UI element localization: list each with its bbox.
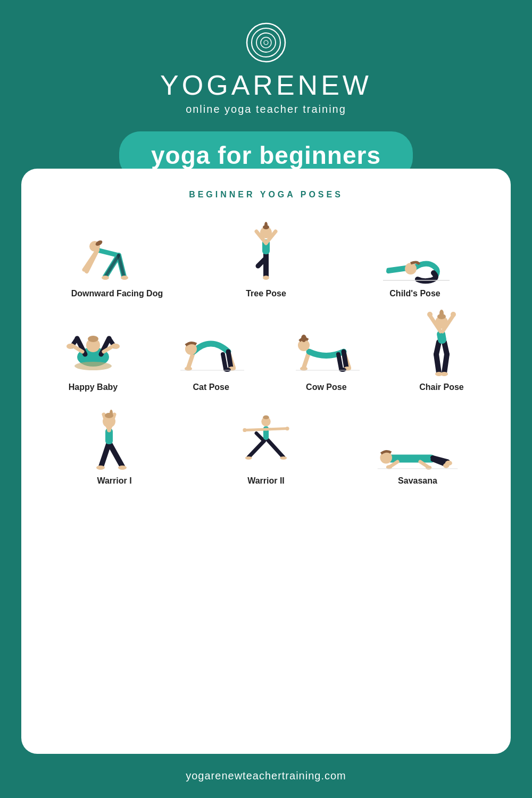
pose-label-warrior-ii: Warrior II — [247, 476, 285, 486]
svg-point-91 — [263, 415, 269, 419]
svg-point-24 — [263, 276, 269, 280]
pose-downward-facing-dog: Downward Facing Dog — [64, 215, 170, 298]
svg-line-63 — [444, 342, 447, 354]
svg-point-23 — [264, 222, 268, 228]
svg-line-44 — [223, 354, 226, 369]
footer-url: yogarenewteachertraining.com — [186, 770, 346, 782]
svg-line-7 — [97, 250, 119, 255]
svg-line-60 — [436, 354, 439, 373]
svg-line-61 — [444, 354, 447, 373]
pose-savasana: Savasana — [364, 403, 471, 486]
svg-point-38 — [66, 344, 74, 349]
subtitle: BEGINNER YOGA POSES — [189, 190, 343, 200]
svg-line-52 — [344, 352, 346, 368]
pose-figure-downward-facing-dog — [74, 215, 160, 285]
pose-label-cow-pose: Cow Pose — [306, 383, 346, 392]
poses-row-1: Downward Facing Dog — [43, 210, 489, 304]
svg-point-15 — [121, 276, 128, 280]
pose-childs-pose: Child's Pose — [362, 215, 468, 298]
svg-point-48 — [223, 368, 231, 372]
pose-figure-warrior-i — [72, 403, 157, 472]
svg-line-88 — [245, 429, 266, 430]
header: YOGARENEW online yoga teacher training — [160, 0, 372, 126]
pose-figure-happy-baby — [51, 309, 136, 378]
poses-row-3: Warrior I — [43, 397, 489, 491]
svg-point-31 — [88, 336, 98, 342]
pose-label-warrior-i: Warrior I — [97, 476, 131, 486]
svg-rect-96 — [388, 455, 435, 463]
pose-label-chair-pose: Chair Pose — [419, 383, 464, 392]
pose-cow-pose: Cow Pose — [284, 309, 369, 392]
pose-figure-chair-pose — [399, 309, 484, 378]
svg-point-81 — [110, 410, 113, 417]
pose-happy-baby: Happy Baby — [48, 309, 138, 392]
svg-point-95 — [245, 456, 252, 460]
pose-figure-cow-pose — [284, 309, 369, 378]
pose-tree-pose: Tree Pose — [213, 215, 319, 298]
svg-point-40 — [74, 362, 112, 370]
svg-point-83 — [96, 466, 105, 470]
svg-point-82 — [118, 466, 127, 470]
svg-line-85 — [248, 441, 264, 458]
svg-point-4 — [264, 40, 268, 45]
svg-point-93 — [285, 427, 289, 430]
pose-warrior-ii: Warrior II — [205, 403, 327, 486]
pose-figure-tree-pose — [223, 215, 309, 285]
pose-label-savasana: Savasana — [398, 476, 437, 486]
pose-cat-pose: Cat Pose — [169, 309, 254, 392]
poses-row-2: Happy Baby — [43, 309, 489, 392]
svg-line-84 — [268, 440, 284, 457]
pose-warrior-i: Warrior I — [61, 403, 168, 486]
pose-label-downward-facing-dog: Downward Facing Dog — [71, 289, 163, 298]
svg-line-86 — [256, 433, 264, 441]
svg-point-58 — [339, 368, 346, 372]
svg-line-43 — [228, 352, 231, 368]
svg-point-71 — [439, 310, 444, 317]
svg-line-74 — [109, 443, 122, 467]
pose-figure-childs-pose — [372, 215, 458, 285]
svg-point-103 — [443, 463, 449, 468]
svg-point-94 — [280, 456, 287, 460]
brand-name: YOGARENEW — [160, 69, 372, 101]
svg-point-92 — [243, 428, 246, 432]
logo-icon — [245, 21, 287, 64]
svg-point-55 — [301, 335, 306, 342]
main-card: BEGINNER YOGA POSES — [21, 169, 511, 754]
svg-point-27 — [405, 263, 417, 275]
svg-point-68 — [451, 312, 456, 317]
svg-point-105 — [426, 466, 431, 470]
svg-point-3 — [261, 37, 271, 48]
svg-line-53 — [338, 354, 341, 369]
svg-line-75 — [101, 443, 109, 467]
title-banner-text: yoga for beginners — [151, 141, 381, 170]
tagline: online yoga teacher training — [186, 103, 346, 115]
svg-line-62 — [436, 342, 439, 354]
pose-figure-cat-pose — [169, 309, 254, 378]
svg-point-73 — [440, 372, 448, 376]
svg-point-39 — [112, 344, 120, 349]
pose-chair-pose: Chair Pose — [399, 309, 484, 392]
svg-point-2 — [256, 33, 276, 52]
svg-point-67 — [427, 312, 433, 317]
svg-point-14 — [102, 276, 109, 280]
pose-figure-savasana — [375, 403, 460, 472]
svg-point-0 — [247, 23, 285, 62]
poses-grid: Downward Facing Dog — [43, 210, 489, 491]
svg-line-12 — [105, 255, 119, 277]
svg-line-89 — [266, 429, 287, 429]
pose-label-tree-pose: Tree Pose — [246, 289, 286, 298]
pose-figure-warrior-ii — [223, 403, 309, 472]
